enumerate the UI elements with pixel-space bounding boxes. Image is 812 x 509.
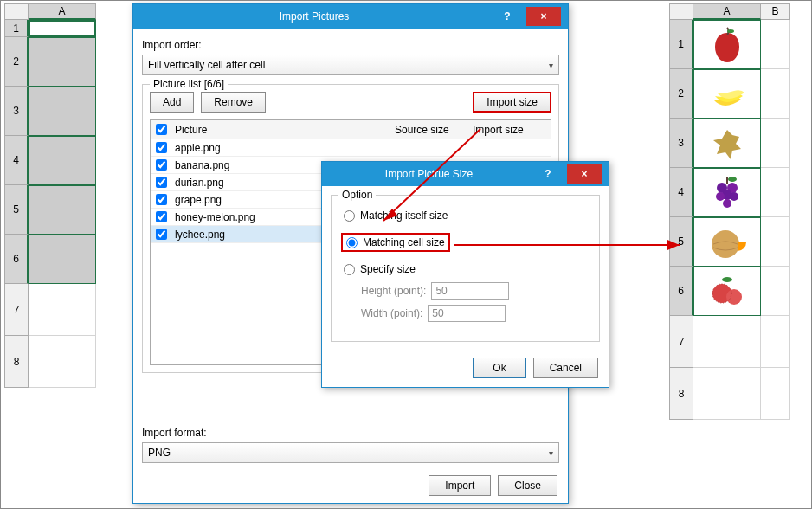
melon-icon xyxy=(694,218,760,266)
option-legend: Option xyxy=(338,189,376,201)
cell[interactable] xyxy=(761,168,790,217)
row-header[interactable]: 8 xyxy=(669,368,693,420)
row-header[interactable]: 3 xyxy=(4,87,29,136)
ok-button[interactable]: Ok xyxy=(473,358,525,378)
row-header[interactable]: 6 xyxy=(4,235,29,284)
titlebar[interactable]: Import Pictrue Size ? × xyxy=(322,162,609,186)
radio-specify[interactable] xyxy=(344,264,355,275)
import-button[interactable]: Import xyxy=(429,475,491,496)
import-format-select[interactable]: PNG ▾ xyxy=(142,442,559,463)
cell[interactable] xyxy=(693,217,761,267)
cell[interactable] xyxy=(29,20,96,37)
cell[interactable] xyxy=(761,217,790,267)
close-icon[interactable]: × xyxy=(526,7,561,26)
svg-point-5 xyxy=(730,192,738,201)
cell[interactable] xyxy=(693,168,761,217)
col-header-a[interactable]: A xyxy=(693,3,761,20)
cell[interactable] xyxy=(29,136,96,185)
option-cell-size[interactable]: Matching cell size xyxy=(344,235,448,249)
svg-point-7 xyxy=(728,177,737,182)
cell[interactable] xyxy=(761,119,790,168)
cell[interactable] xyxy=(693,20,761,69)
select-all-corner[interactable] xyxy=(4,3,29,20)
close-button[interactable]: Close xyxy=(498,475,557,496)
spreadsheet-right: A B 1 2 3 4 5 6 7 8 xyxy=(669,3,808,420)
titlebar[interactable]: Import Pictures ? × xyxy=(133,4,568,29)
add-button[interactable]: Add xyxy=(150,92,194,113)
picture-list-legend: Picture list [6/6] xyxy=(150,78,228,90)
row-header[interactable]: 3 xyxy=(669,119,693,168)
row-header[interactable]: 5 xyxy=(669,217,693,267)
row-checkbox[interactable] xyxy=(156,229,167,240)
row-header[interactable]: 2 xyxy=(4,37,29,87)
chevron-down-icon: ▾ xyxy=(549,448,553,458)
row-header[interactable]: 4 xyxy=(4,136,29,185)
cell[interactable] xyxy=(29,235,96,284)
svg-point-0 xyxy=(727,29,734,33)
cell[interactable] xyxy=(693,119,761,168)
dialog-title: Import Pictrue Size xyxy=(329,168,529,180)
row-header[interactable]: 2 xyxy=(669,69,693,119)
cell[interactable] xyxy=(693,267,761,316)
import-order-select[interactable]: Fill vertically cell after cell ▾ xyxy=(142,55,559,75)
option-specify-size[interactable]: Specify size xyxy=(344,263,592,275)
table-row[interactable]: apple.png xyxy=(151,139,551,157)
cell[interactable] xyxy=(29,37,96,87)
apple-icon xyxy=(694,21,760,68)
cell[interactable] xyxy=(29,185,96,235)
help-button[interactable]: ? xyxy=(490,7,525,26)
option-itself-size[interactable]: Matching itself size xyxy=(344,209,592,222)
cell[interactable] xyxy=(29,336,96,388)
row-header[interactable]: 1 xyxy=(669,20,693,69)
row-header[interactable]: 8 xyxy=(4,336,29,388)
cell[interactable] xyxy=(761,20,790,69)
svg-point-6 xyxy=(723,199,731,208)
row-header[interactable]: 4 xyxy=(669,168,693,217)
cell[interactable] xyxy=(29,284,96,336)
row-checkbox[interactable] xyxy=(156,194,167,205)
width-input[interactable] xyxy=(428,305,506,322)
height-label: Height (point): xyxy=(361,285,426,297)
row-header[interactable]: 7 xyxy=(4,284,29,336)
grape-icon xyxy=(694,169,760,216)
chevron-down-icon: ▾ xyxy=(549,61,553,70)
svg-point-8 xyxy=(712,230,739,258)
spreadsheet-left: A 1 2 3 4 5 6 7 8 xyxy=(4,3,126,388)
cell[interactable] xyxy=(693,69,761,119)
radio-itself[interactable] xyxy=(344,210,355,222)
remove-button[interactable]: Remove xyxy=(201,92,266,113)
cell[interactable] xyxy=(761,368,790,420)
height-input[interactable] xyxy=(431,282,509,300)
cell[interactable] xyxy=(761,267,790,316)
select-all-checkbox[interactable] xyxy=(156,124,167,135)
select-all-corner[interactable] xyxy=(669,3,693,20)
help-button[interactable]: ? xyxy=(531,164,565,184)
cell[interactable] xyxy=(761,316,790,368)
col-header-b[interactable]: B xyxy=(761,3,790,20)
close-icon[interactable]: × xyxy=(567,164,602,184)
row-checkbox[interactable] xyxy=(156,142,167,153)
row-checkbox[interactable] xyxy=(156,177,167,188)
col-source-size[interactable]: Source size xyxy=(395,124,473,136)
cell[interactable] xyxy=(29,87,96,136)
radio-cell[interactable] xyxy=(346,237,358,248)
col-picture[interactable]: Picture xyxy=(171,124,395,136)
svg-point-4 xyxy=(716,192,725,201)
svg-point-10 xyxy=(726,289,742,305)
cell[interactable] xyxy=(693,316,761,368)
import-size-button[interactable]: Import size xyxy=(473,92,551,113)
row-header[interactable]: 5 xyxy=(4,185,29,235)
cell[interactable] xyxy=(693,368,761,420)
lychee-icon xyxy=(694,267,760,315)
import-order-label: Import order: xyxy=(142,39,559,51)
col-import-size[interactable]: Import size xyxy=(473,124,551,136)
dialog-title: Import Pictures xyxy=(140,10,488,23)
row-header[interactable]: 6 xyxy=(669,267,693,316)
col-header-a[interactable]: A xyxy=(29,3,96,20)
row-checkbox[interactable] xyxy=(156,159,167,171)
row-header[interactable]: 1 xyxy=(4,20,29,37)
row-checkbox[interactable] xyxy=(156,211,167,222)
cancel-button[interactable]: Cancel xyxy=(533,358,598,378)
cell[interactable] xyxy=(761,69,790,119)
row-header[interactable]: 7 xyxy=(669,316,693,368)
